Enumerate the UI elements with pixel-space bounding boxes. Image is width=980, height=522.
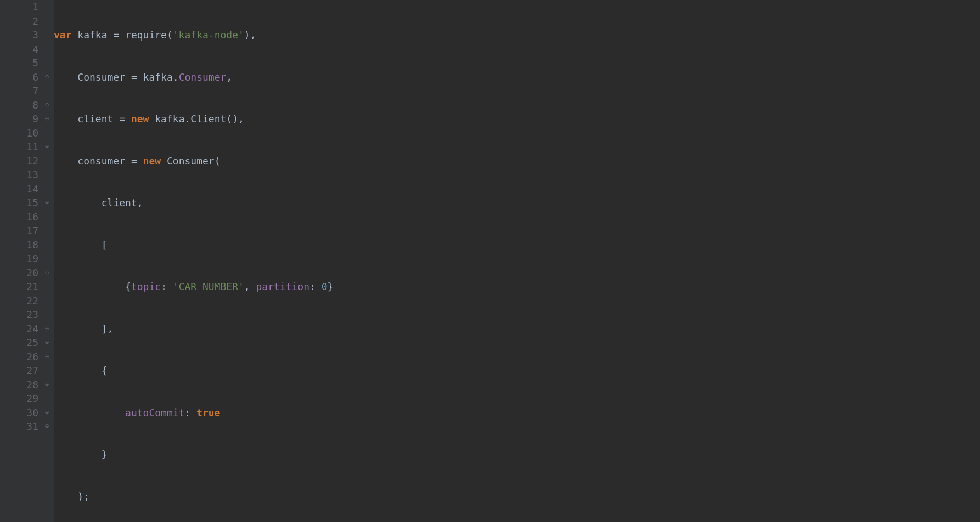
line-number: 27 [0,364,38,378]
line-number: 6 [0,70,38,84]
fold-toggle-icon[interactable]: ⊖ [45,336,49,350]
line-number-gutter: 1234567891011121314151617181920212223242… [0,0,44,522]
code-line[interactable]: var kafka = require('kafka-node'), [54,28,980,42]
code-line[interactable]: { [54,364,980,378]
line-number: 4 [0,42,38,56]
line-number: 21 [0,280,38,294]
fold-toggle-icon[interactable]: ⊖ [45,196,49,210]
line-number: 30 [0,406,38,420]
line-number: 18 [0,238,38,252]
fold-toggle-icon[interactable]: ⊖ [45,140,49,154]
fold-toggle-icon[interactable]: ⊖ [45,378,49,392]
line-number: 23 [0,308,38,322]
line-number: 14 [0,182,38,196]
fold-toggle-icon[interactable]: ⊖ [45,350,49,364]
line-number: 10 [0,126,38,140]
line-number: 19 [0,252,38,266]
line-number: 15 [0,196,38,210]
code-line[interactable]: client, [54,196,980,210]
line-number: 3 [0,28,38,42]
line-number: 26 [0,350,38,364]
code-editor[interactable]: 1234567891011121314151617181920212223242… [0,0,980,522]
line-number: 25 [0,336,38,350]
line-number: 22 [0,294,38,308]
line-number: 20 [0,266,38,280]
code-line[interactable]: Consumer = kafka.Consumer, [54,70,980,84]
line-number: 7 [0,84,38,98]
line-number: 29 [0,392,38,406]
fold-toggle-icon[interactable]: ⊖ [45,98,49,112]
code-line[interactable]: client = new kafka.Client(), [54,112,980,126]
line-number: 1 [0,0,38,14]
line-number: 24 [0,322,38,336]
code-line[interactable]: } [54,447,980,462]
code-line[interactable]: {topic: 'CAR_NUMBER', partition: 0} [54,280,980,294]
line-number: 5 [0,56,38,70]
line-number: 12 [0,154,38,168]
fold-toggle-icon[interactable]: ⊖ [45,70,49,84]
fold-toggle-icon[interactable]: ⊖ [45,112,49,126]
code-area[interactable]: var kafka = require('kafka-node'), Consu… [54,0,980,522]
code-line[interactable]: ); [54,490,980,504]
fold-toggle-icon[interactable]: ⊖ [45,419,49,434]
line-number: 31 [0,419,38,434]
fold-toggle-icon[interactable]: ⊖ [45,322,49,336]
line-number: 9 [0,112,38,126]
line-number: 16 [0,210,38,224]
fold-toggle-icon[interactable]: ⊖ [45,266,49,280]
line-number: 13 [0,168,38,182]
code-line[interactable]: ], [54,322,980,336]
line-number: 28 [0,378,38,392]
fold-column[interactable]: ⊖⊖⊖⊖⊖⊖⊖⊖⊖⊖⊖⊖ [44,0,54,522]
code-line[interactable]: consumer = new Consumer( [54,154,980,168]
line-number: 8 [0,98,38,112]
code-line[interactable]: [ [54,238,980,252]
code-line[interactable]: autoCommit: true [54,406,980,420]
line-number: 2 [0,14,38,29]
line-number: 11 [0,140,38,154]
fold-toggle-icon[interactable]: ⊖ [45,406,49,420]
line-number: 17 [0,224,38,238]
